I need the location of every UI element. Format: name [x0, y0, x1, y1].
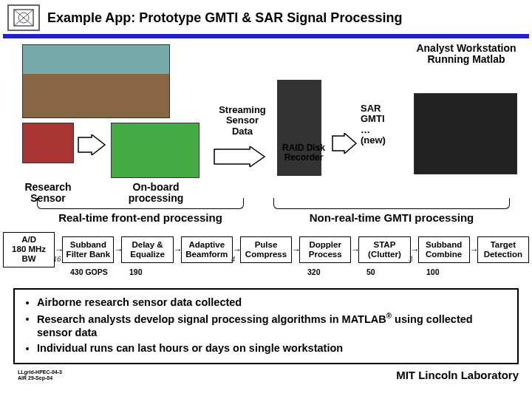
gops-row: 430 GOPS19032050100	[0, 267, 532, 278]
pipeline-stage: DopplerProcess	[299, 236, 351, 263]
footer-date: AIR 29-Sep-04	[18, 375, 62, 381]
nonrealtime-section-label: Non-real-time GMTI processing	[273, 211, 510, 224]
streaming-label: Streaming Sensor Data	[213, 105, 272, 137]
diagram-top: Streaming Sensor Data RAID Disk Recorder…	[0, 41, 532, 211]
arrow-icon	[77, 134, 106, 155]
raid-label: RAID Disk Recorder	[278, 143, 330, 163]
aircraft-photo	[22, 44, 170, 118]
analyst-label: Analyst Workstation Running Matlab	[403, 43, 529, 66]
bullet-item: Research analysts develop signal process…	[37, 311, 508, 341]
gops-value: 430 GOPS	[70, 267, 108, 276]
pipeline-stage: PulseCompress	[240, 236, 292, 263]
footer-org: MIT Lincoln Laboratory	[396, 369, 519, 381]
sar-list: SAR GMTI … (new)	[361, 103, 398, 146]
pipeline-stage: SubbandFilter Bank	[62, 236, 114, 263]
arrow-icon	[331, 133, 358, 154]
bullet-item: Airborne research sensor data collected	[37, 296, 508, 310]
gops-value: 100	[426, 267, 440, 276]
header: Example App: Prototype GMTI & SAR Signal…	[0, 0, 532, 34]
pipeline-arrow-icon: →3	[411, 245, 418, 255]
pipeline-arrow-icon: →	[114, 245, 121, 255]
pipeline-arrow-icon: →	[470, 245, 477, 255]
footer: LLgrid-HPEC-04-3 AIR 29-Sep-04 MIT Linco…	[0, 364, 532, 384]
pipeline-arrow-icon: →	[292, 245, 299, 255]
header-divider	[3, 34, 529, 38]
processing-boards-photo	[111, 123, 200, 178]
pipeline: A/D180 MHzBW→16SubbandFilter Bank→Delay …	[0, 232, 532, 267]
gops-value: 50	[366, 267, 375, 276]
pipeline-stage: SubbandCombine	[418, 236, 470, 263]
section-labels: Real-time front-end processing Non-real-…	[0, 211, 532, 231]
lincoln-logo-icon	[7, 4, 40, 31]
realtime-section-label: Real-time front-end processing	[37, 211, 244, 224]
page-title: Example App: Prototype GMTI & SAR Signal…	[47, 10, 402, 26]
footer-left: LLgrid-HPEC-04-3 AIR 29-Sep-04	[18, 369, 62, 381]
pipeline-stage: STAP(Clutter)	[358, 236, 410, 263]
footer-id: LLgrid-HPEC-04-3	[18, 369, 62, 375]
pipeline-stage: Delay &Equalize	[121, 236, 173, 263]
pipeline-arrow-icon: →16	[55, 245, 62, 255]
laptop-photo	[414, 93, 517, 174]
gops-value: 190	[129, 267, 143, 276]
pipeline-stage: TargetDetection	[477, 236, 529, 263]
bullet-box: Airborne research sensor data collectedR…	[13, 288, 519, 364]
arrow-icon	[213, 146, 266, 167]
pipeline-arrow-icon: →	[351, 245, 358, 255]
pipeline-stage: A/D180 MHzBW	[3, 232, 55, 267]
pipeline-stage: AdaptiveBeamform	[181, 236, 233, 263]
gops-value: 320	[307, 267, 321, 276]
pipeline-arrow-icon: →	[174, 245, 181, 255]
sensor-photo	[22, 123, 74, 163]
bullet-item: Individual runs can last hours or days o…	[37, 341, 508, 355]
pipeline-arrow-icon: →4	[233, 245, 240, 255]
